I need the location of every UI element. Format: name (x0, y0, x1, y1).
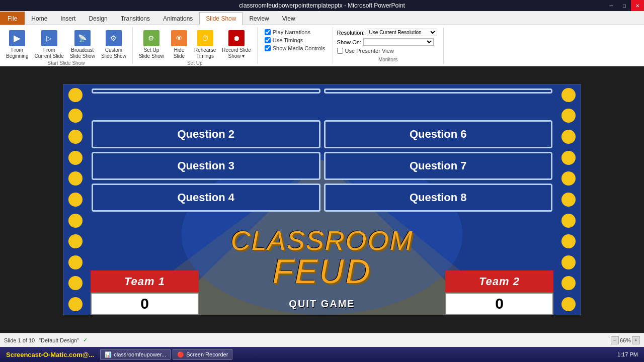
bottom-section: CLASSROOM FEUD Team 1 0 Team 2 0 (91, 232, 553, 315)
dot (561, 234, 576, 248)
question-2-label: Question 2 (177, 128, 234, 141)
game-title: CLASSROOM FEUD (230, 227, 413, 288)
play-narrations-input[interactable] (265, 29, 271, 35)
play-narrations-label: Play Narrations (273, 29, 310, 35)
dot (561, 151, 576, 165)
close-button[interactable]: ✕ (631, 0, 644, 11)
dot (68, 234, 83, 248)
slide-info: Slide 1 of 10 (4, 337, 35, 343)
tab-review[interactable]: Review (243, 12, 275, 25)
dot (561, 130, 576, 144)
team2-button[interactable]: Team 2 (445, 270, 553, 293)
question-5-button[interactable] (324, 88, 553, 94)
left-dot-column (63, 84, 88, 315)
dot (561, 88, 576, 102)
question-6-label: Question 6 (410, 128, 467, 141)
tab-home[interactable]: Home (25, 12, 54, 25)
dot (561, 255, 576, 269)
tab-transitions[interactable]: Transitions (114, 12, 156, 25)
team2-label: Team 2 (479, 275, 520, 288)
recorder-label: Screen Recorder (186, 351, 228, 357)
dot (68, 130, 83, 144)
zoom-in-button[interactable]: + (632, 336, 640, 344)
maximize-button[interactable]: □ (618, 0, 631, 11)
ribbon-group-options: Play Narrations Use Timings Show Media C… (258, 27, 333, 64)
presenter-view-checkbox[interactable]: Use Presenter View (337, 48, 439, 54)
resolution-label: Resolution: (337, 30, 365, 36)
from-beginning-button[interactable]: ▶ FromBeginning (4, 29, 30, 60)
slide: Question 2 Question 6 Question 3 Questio… (63, 84, 581, 315)
from-current-label: FromCurrent Slide (34, 47, 63, 59)
resolution-select[interactable]: Use Current Resolution (367, 29, 437, 36)
broadcast-icon: 📡 (74, 30, 91, 46)
zoom-level: 66% (620, 337, 631, 343)
record-label: Record SlideShow ▾ (222, 47, 251, 59)
question-7-button[interactable]: Question 7 (324, 152, 553, 180)
zoom-controls: − 66% + (611, 336, 640, 344)
show-media-label: Show Media Controls (273, 45, 326, 51)
tab-slideshow[interactable]: Slide Show (199, 12, 243, 25)
tab-animations[interactable]: Animations (156, 12, 199, 25)
status-bar: Slide 1 of 10 "Default Design" ✓ − 66% + (0, 333, 644, 347)
ribbon-content: ▶ FromBeginning ▷ FromCurrent Slide 📡 Br… (0, 25, 644, 66)
use-timings-checkbox[interactable]: Use Timings (265, 37, 303, 43)
quit-game-button[interactable]: QUIT GAME (267, 293, 377, 315)
from-current-button[interactable]: ▷ FromCurrent Slide (32, 29, 65, 60)
question-8-label: Question 8 (410, 191, 467, 204)
setup-slideshow-button[interactable]: ⚙ Set UpSlide Show (137, 29, 166, 60)
rehearse-label: RehearseTimings (194, 47, 216, 59)
dot (561, 214, 576, 228)
hide-slide-button[interactable]: 👁 HideSlide (168, 29, 190, 60)
dot (561, 297, 576, 311)
zoom-out-button[interactable]: − (611, 336, 619, 344)
presenter-view-input[interactable] (337, 48, 343, 54)
rehearse-timings-button[interactable]: ⏱ RehearseTimings (192, 29, 218, 60)
from-current-icon: ▷ (41, 30, 57, 46)
use-timings-input[interactable] (265, 37, 271, 43)
question-2-button[interactable]: Question 2 (92, 120, 320, 148)
team1-label: Team 1 (124, 275, 165, 288)
setup-label: Set UpSlide Show (139, 47, 164, 59)
show-media-controls-checkbox[interactable]: Show Media Controls (265, 45, 326, 51)
question-3-button[interactable]: Question 3 (92, 152, 320, 180)
from-beginning-label: FromBeginning (6, 47, 28, 59)
recorder-taskbar-item[interactable]: 🔴 Screen Recorder (173, 349, 232, 360)
question-3-label: Question 3 (177, 159, 234, 172)
title-classroom: CLASSROOM (230, 227, 413, 254)
status-left: Slide 1 of 10 "Default Design" ✓ (4, 337, 88, 343)
question-8-button[interactable]: Question 8 (324, 184, 553, 212)
show-on-label: Show On: (337, 39, 361, 45)
powerpoint-taskbar-item[interactable]: 📊 classroomfeupower... (100, 349, 171, 360)
system-time: 1:17 PM (613, 351, 642, 357)
tab-file[interactable]: File (0, 12, 25, 25)
hide-label: HideSlide (174, 47, 185, 59)
ribbon-group-setup: ⚙ Set UpSlide Show 👁 HideSlide ⏱ Rehears… (133, 27, 258, 64)
ribbon-group-start-slideshow: ▶ FromBeginning ▷ FromCurrent Slide 📡 Br… (0, 27, 133, 64)
custom-show-button[interactable]: ⚙ CustomSlide Show (99, 29, 128, 60)
tab-view[interactable]: View (276, 12, 302, 25)
dot (68, 214, 83, 228)
question-6-button[interactable]: Question 6 (324, 120, 553, 148)
team1-score: 0 (91, 293, 199, 315)
minimize-button[interactable]: ─ (605, 0, 618, 11)
show-on-select[interactable] (363, 38, 434, 46)
dot (561, 193, 576, 207)
dot (68, 276, 83, 290)
tab-design[interactable]: Design (82, 12, 114, 25)
question-1-button[interactable] (92, 88, 320, 94)
slide-area: Question 2 Question 6 Question 3 Questio… (0, 66, 644, 333)
broadcast-button[interactable]: 📡 BroadcastSlide Show (68, 29, 97, 60)
question-4-button[interactable]: Question 4 (92, 184, 320, 212)
setup-group-label: Set Up (187, 60, 203, 67)
team2-score-value: 0 (495, 295, 504, 312)
show-media-input[interactable] (265, 45, 271, 51)
record-slideshow-button[interactable]: ⏺ Record SlideShow ▾ (220, 29, 253, 60)
theme-name: "Default Design" (39, 337, 79, 343)
tab-insert[interactable]: Insert (54, 12, 82, 25)
team1-button[interactable]: Team 1 (91, 270, 199, 293)
play-narrations-checkbox[interactable]: Play Narrations (265, 29, 310, 35)
ribbon-group-monitors: Resolution: Use Current Resolution Show … (333, 27, 444, 64)
dot (68, 171, 83, 186)
team2-score: 0 (445, 293, 553, 315)
setup-icon: ⚙ (143, 30, 159, 46)
